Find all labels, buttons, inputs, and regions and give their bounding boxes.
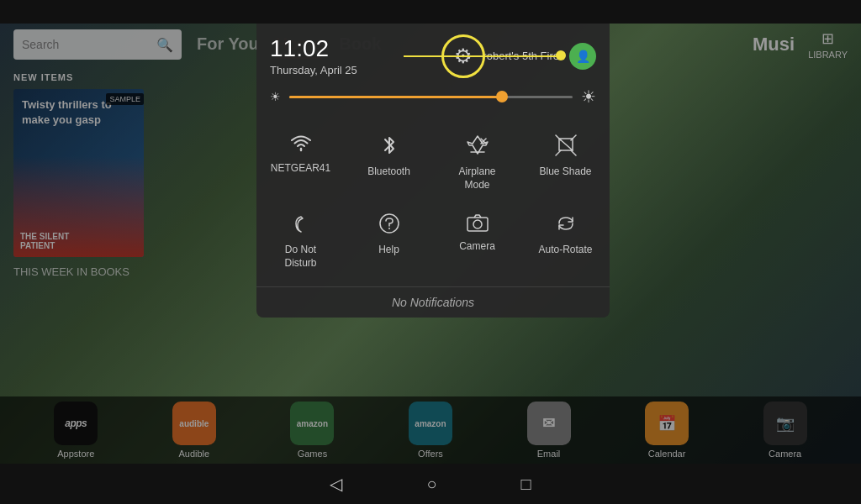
toggles-grid: NETGEAR41 Bluetooth xyxy=(256,117,610,286)
panel-header-right: ⚙ robert's 5th Fire 👤 xyxy=(454,43,596,70)
airplane-icon xyxy=(466,134,489,160)
blue-shade-label: Blue Shade xyxy=(539,165,591,179)
bluetooth-label: Bluetooth xyxy=(367,165,410,179)
toggle-bluetooth[interactable]: Bluetooth xyxy=(345,123,433,202)
help-label: Help xyxy=(378,244,399,257)
bluetooth-icon xyxy=(381,134,398,160)
svg-point-11 xyxy=(473,220,482,228)
notif-panel: 11:02 Thursday, April 25 ⚙ robert's 5th … xyxy=(256,24,610,318)
svg-line-5 xyxy=(556,150,561,155)
svg-line-6 xyxy=(571,150,576,155)
toggle-airplane[interactable]: AirplaneMode xyxy=(433,123,521,202)
panel-device-name: robert's 5th Fire xyxy=(483,50,559,62)
blue-shade-icon xyxy=(554,134,578,160)
panel-time: 11:02 xyxy=(270,35,357,62)
panel-date: Thursday, April 25 xyxy=(270,64,357,76)
svg-point-9 xyxy=(388,228,390,229)
home-button[interactable]: ○ xyxy=(426,475,436,494)
help-icon xyxy=(378,212,401,239)
brightness-row: ☀ ☀ xyxy=(256,83,610,117)
svg-line-4 xyxy=(571,135,576,140)
camera-label: Camera xyxy=(459,240,495,254)
panel-time-section: 11:02 Thursday, April 25 xyxy=(270,35,357,76)
settings-icon[interactable]: ⚙ xyxy=(454,45,473,68)
user-avatar[interactable]: 👤 xyxy=(569,43,596,70)
brightness-fill xyxy=(289,96,502,98)
notif-overlay[interactable]: 11:02 Thursday, April 25 ⚙ robert's 5th … xyxy=(0,24,861,464)
brightness-low-icon: ☀ xyxy=(270,90,281,103)
toggle-rotate[interactable]: Auto-Rotate xyxy=(521,202,610,280)
recent-button[interactable]: □ xyxy=(521,475,531,494)
toggle-blue-shade[interactable]: Blue Shade xyxy=(521,123,610,202)
wifi-label: NETGEAR41 xyxy=(271,162,330,176)
settings-highlight: ⚙ xyxy=(454,45,473,68)
rotate-label: Auto-Rotate xyxy=(538,244,592,257)
brightness-thumb xyxy=(496,91,508,102)
no-notifications: No Notifications xyxy=(256,286,610,318)
dnd-label: Do NotDisturb xyxy=(284,244,316,270)
toggle-dnd[interactable]: Do NotDisturb xyxy=(256,202,345,280)
panel-device-section: robert's 5th Fire xyxy=(483,50,559,62)
airplane-label: AirplaneMode xyxy=(458,165,495,192)
brightness-high-icon: ☀ xyxy=(581,87,596,107)
back-button[interactable]: ◁ xyxy=(330,474,342,494)
toggle-camera[interactable]: Camera xyxy=(433,202,521,280)
toggle-help[interactable]: Help xyxy=(345,202,433,280)
dnd-icon xyxy=(289,212,313,239)
main-content: Search 🔍 For You Home Book Musi ⊞ LIBRAR… xyxy=(0,24,861,464)
bottom-nav: ◁ ○ □ xyxy=(0,464,861,504)
panel-header: 11:02 Thursday, April 25 ⚙ robert's 5th … xyxy=(256,24,610,83)
wifi-icon xyxy=(289,134,313,157)
rotate-icon xyxy=(554,212,578,239)
brightness-track[interactable] xyxy=(289,96,573,98)
top-status-bar xyxy=(0,0,861,24)
avatar-icon: 👤 xyxy=(576,50,590,63)
camera-icon xyxy=(466,212,489,235)
toggle-wifi[interactable]: NETGEAR41 xyxy=(256,123,345,202)
